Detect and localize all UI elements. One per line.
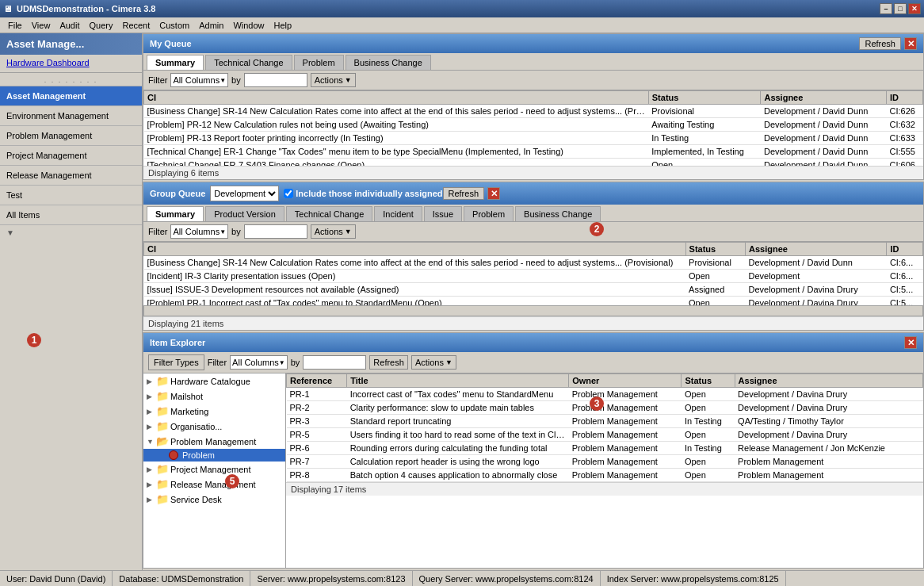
maximize-button[interactable]: □ bbox=[894, 3, 907, 14]
tree-label-hardware-catalogue: Hardware Catalogue bbox=[170, 377, 250, 386]
item-explorer-filter-arrow[interactable]: ▼ bbox=[279, 359, 285, 366]
sidebar-item-all-items[interactable]: All Items bbox=[0, 205, 142, 225]
my-queue-filter-label: Filter bbox=[148, 75, 167, 85]
list-item[interactable]: [Incident] IR-3 Clarity presentation iss… bbox=[144, 270, 923, 283]
status-cell: Open bbox=[682, 388, 735, 401]
sidebar-dashboard-link[interactable]: Hardware Dashboard bbox=[0, 55, 142, 71]
group-queue-include-checkbox[interactable] bbox=[284, 189, 293, 198]
group-queue-dropdown[interactable]: Development bbox=[210, 186, 279, 201]
list-item[interactable]: [Business Change] SR-14 New Calculation … bbox=[144, 256, 923, 270]
menu-recent[interactable]: Recent bbox=[117, 19, 155, 32]
item-explorer-refresh-button[interactable]: Refresh bbox=[369, 355, 408, 370]
table-row[interactable]: PR-3 Standard report truncating Problem … bbox=[287, 415, 923, 428]
list-item[interactable]: [Issue] ISSUE-3 Development resources no… bbox=[144, 283, 923, 297]
sidebar-item-asset-management[interactable]: Asset Management bbox=[0, 86, 142, 106]
status-cell: Open bbox=[685, 297, 745, 306]
menu-audit[interactable]: Audit bbox=[55, 19, 84, 32]
item-explorer-close-button[interactable]: ✕ bbox=[904, 336, 917, 349]
menu-admin[interactable]: Admin bbox=[194, 19, 228, 32]
group-queue-filter-dropdown[interactable]: All Columns ▼ bbox=[170, 224, 228, 239]
tree-item-organisation[interactable]: ▶ 📁 Organisatio... bbox=[143, 419, 285, 434]
minimize-button[interactable]: – bbox=[880, 3, 892, 14]
tree-item-release-management[interactable]: ▶ 📁 Release Management bbox=[143, 477, 285, 492]
item-explorer-filter-dropdown[interactable]: All Columns ▼ bbox=[230, 355, 288, 370]
list-item[interactable]: [Business Change] SR-14 New Calculation … bbox=[144, 105, 923, 118]
table-row[interactable]: PR-5 Users finding it too hard to read s… bbox=[287, 428, 923, 442]
tab-group-problem[interactable]: Problem bbox=[464, 206, 514, 221]
id-cell: CI:633 bbox=[887, 132, 923, 145]
group-queue-scrollbar[interactable] bbox=[143, 305, 923, 316]
sidebar-item-project-management[interactable]: Project Management bbox=[0, 146, 142, 166]
ref-cell: PR-5 bbox=[287, 428, 347, 442]
tab-my-queue-technical-change[interactable]: Technical Change bbox=[205, 55, 292, 70]
tab-group-summary[interactable]: Summary bbox=[147, 206, 204, 221]
status-cell: Open bbox=[682, 401, 735, 415]
list-item[interactable]: [Problem] PR-13 Report footer printing i… bbox=[144, 132, 923, 145]
list-item[interactable]: [Problem] PR-12 New Calculation rules no… bbox=[144, 118, 923, 132]
sidebar-item-test[interactable]: Test bbox=[0, 186, 142, 205]
table-row[interactable]: PR-2 Clarity performance: slow to update… bbox=[287, 401, 923, 415]
menubar: File View Audit Query Recent Custom Admi… bbox=[0, 17, 924, 33]
col-status: Status bbox=[682, 374, 735, 388]
tree-item-hardware-catalogue[interactable]: ▶ 📁 Hardware Catalogue bbox=[143, 373, 285, 389]
tree-item-marketing[interactable]: ▶ 📁 Marketing bbox=[143, 404, 285, 419]
my-queue-filter-dropdown[interactable]: All Columns ▼ bbox=[170, 73, 228, 87]
list-item[interactable]: [Technical Change] ER-7 S403 Finance cha… bbox=[144, 159, 923, 167]
my-queue-refresh-button[interactable]: Refresh bbox=[859, 37, 901, 50]
group-queue-actions-arrow: ▼ bbox=[345, 228, 352, 236]
my-queue-close-button[interactable]: ✕ bbox=[904, 37, 917, 50]
sidebar-header: Asset Manage... bbox=[0, 33, 142, 55]
table-row[interactable]: PR-1 Incorrect cast of "Tax codes" menu … bbox=[287, 388, 923, 401]
id-cell: CI:626 bbox=[887, 105, 923, 118]
title-cell: Incorrect cast of "Tax codes" menu to St… bbox=[347, 388, 569, 401]
list-item[interactable]: [Technical Change] ER-1 Change "Tax Code… bbox=[144, 145, 923, 159]
menu-file[interactable]: File bbox=[3, 19, 27, 32]
tree-item-mailshot[interactable]: ▶ 📁 Mailshot bbox=[143, 389, 285, 404]
filter-types-button[interactable]: Filter Types bbox=[148, 354, 204, 370]
my-queue-filter-arrow[interactable]: ▼ bbox=[220, 77, 226, 84]
tab-group-issue[interactable]: Issue bbox=[424, 206, 462, 221]
group-queue-filter-input[interactable] bbox=[244, 224, 307, 239]
sidebar: Asset Manage... Hardware Dashboard . . .… bbox=[0, 33, 143, 570]
assignee-cell: Development / David Dunn bbox=[761, 145, 887, 159]
item-explorer-filter-input[interactable] bbox=[303, 355, 366, 370]
group-queue-refresh-button[interactable]: Refresh bbox=[443, 187, 485, 200]
tab-my-queue-problem[interactable]: Problem bbox=[294, 55, 344, 70]
id-cell: CI:5... bbox=[887, 283, 923, 297]
tree-item-problem-management[interactable]: ▼ 📂 Problem Management bbox=[143, 434, 285, 449]
menu-help[interactable]: Help bbox=[269, 19, 297, 32]
group-queue-filter-value: All Columns bbox=[173, 227, 220, 236]
tree-item-service-desk[interactable]: ▶ 📁 Service Desk bbox=[143, 492, 285, 507]
tree-item-project-management[interactable]: ▶ 📁 Project Management bbox=[143, 462, 285, 477]
tab-group-business-change[interactable]: Business Change bbox=[515, 206, 601, 221]
status-index-server: Index Server: www.propelsystems.com:8125 bbox=[601, 571, 786, 586]
sidebar-item-environment-management[interactable]: Environment Management bbox=[0, 106, 142, 126]
menu-view[interactable]: View bbox=[27, 19, 55, 32]
assignee-cell: Development / Davina Drury bbox=[745, 283, 886, 297]
group-queue-close-button[interactable]: ✕ bbox=[487, 187, 500, 200]
table-row[interactable]: PR-6 Rounding errors during calculating … bbox=[287, 442, 923, 455]
assignee-cell: Development / Davina Drury bbox=[735, 428, 922, 442]
title-cell: Calculation report header is using the w… bbox=[347, 455, 569, 469]
my-queue-actions-button[interactable]: Actions ▼ bbox=[311, 73, 356, 87]
tab-group-product-version[interactable]: Product Version bbox=[205, 206, 284, 221]
item-explorer-actions-button[interactable]: Actions ▼ bbox=[411, 355, 456, 370]
tree-item-problem[interactable]: Problem bbox=[143, 449, 285, 462]
sidebar-expand-arrow[interactable]: ▼ bbox=[0, 225, 142, 240]
table-row[interactable]: PR-8 Batch option 4 causes application t… bbox=[287, 469, 923, 482]
my-queue-filter-input[interactable] bbox=[244, 73, 307, 87]
tab-group-technical-change[interactable]: Technical Change bbox=[286, 206, 372, 221]
menu-query[interactable]: Query bbox=[84, 19, 117, 32]
sidebar-item-release-management[interactable]: Release Management bbox=[0, 166, 142, 186]
menu-window[interactable]: Window bbox=[228, 19, 269, 32]
list-item[interactable]: [Problem] PR-1 Incorrect cast of "Tax co… bbox=[144, 297, 923, 306]
group-queue-actions-button[interactable]: Actions ▼ bbox=[311, 224, 356, 239]
group-queue-filter-arrow[interactable]: ▼ bbox=[220, 228, 226, 236]
tab-my-queue-summary[interactable]: Summary bbox=[147, 55, 204, 70]
sidebar-item-problem-management[interactable]: Problem Management bbox=[0, 126, 142, 146]
table-row[interactable]: PR-7 Calculation report header is using … bbox=[287, 455, 923, 469]
close-button[interactable]: ✕ bbox=[908, 3, 921, 14]
tab-my-queue-business-change[interactable]: Business Change bbox=[346, 55, 431, 70]
tab-group-incident[interactable]: Incident bbox=[374, 206, 422, 221]
menu-custom[interactable]: Custom bbox=[155, 19, 194, 32]
